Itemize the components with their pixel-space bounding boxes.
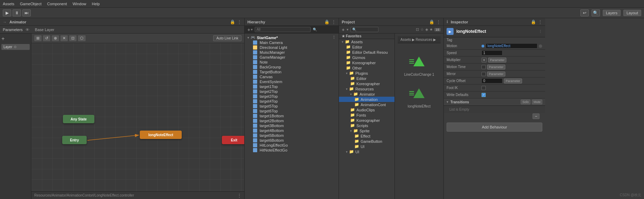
motion-eye-icon[interactable]: ◎ — [539, 44, 542, 48]
project-add-button[interactable]: + — [342, 27, 345, 32]
project-editor[interactable]: 📁 Editor — [339, 44, 395, 50]
project-audioclips[interactable]: 📁 AudioClips — [339, 107, 395, 112]
search-button[interactable]: 🔍 — [592, 9, 600, 16]
project-search-input[interactable] — [350, 27, 378, 32]
grid-view-button[interactable]: ⊞ — [34, 35, 42, 41]
hierarchy-dots-button[interactable]: ⋮ — [332, 20, 336, 24]
root-dots-icon[interactable]: ⋮ — [332, 35, 336, 40]
multiplier-dropdown[interactable]: ▾ — [482, 58, 487, 62]
inspector-dots-button[interactable]: ⋮ — [538, 20, 542, 24]
project-scripts[interactable]: 📁 Scripts — [339, 123, 395, 128]
add-param-button[interactable]: + — [1, 36, 5, 42]
project-icon-1[interactable]: ⊡ — [416, 27, 419, 32]
hierarchy-lock-button[interactable]: 🔒 — [324, 20, 330, 24]
hierarchy-canvas[interactable]: Canvas — [245, 74, 339, 79]
project-dots-button[interactable]: ⋮ — [436, 20, 441, 24]
hierarchy-event-system[interactable]: EventSystem — [245, 79, 339, 84]
entry-state-node[interactable]: Entry — [62, 136, 87, 144]
eye-icon[interactable]: 👁 — [26, 28, 29, 32]
menu-item-gameobject[interactable]: GameObject — [20, 2, 42, 6]
hierarchy-hitnoteeffectgo[interactable]: HitNoteEffectGo — [245, 148, 339, 153]
layers-dropdown[interactable]: Layers — [603, 10, 621, 16]
project-icon-2[interactable]: ☆ — [420, 27, 424, 32]
menu-item-assets[interactable]: Assets — [3, 2, 14, 6]
hierarchy-target3top[interactable]: target3Top — [245, 94, 339, 99]
hierarchy-target-button[interactable]: TargetButton — [245, 69, 339, 74]
project-fonts[interactable]: 📁 Fonts — [339, 112, 395, 118]
project-add-arrow[interactable]: ▾ — [347, 28, 348, 31]
motion-ref-value[interactable]: longNoteEffect — [486, 43, 537, 49]
layer-gear-icon[interactable]: ⚙ — [14, 45, 17, 49]
project-assets[interactable]: ▾ 📁 Assets — [339, 39, 395, 44]
hierarchy-target5top[interactable]: target5Top — [245, 104, 339, 109]
hierarchy-backgrounp[interactable]: BackGrounp — [245, 65, 339, 69]
animator-lock-button[interactable]: 🔒 — [230, 20, 235, 24]
project-lock-button[interactable]: 🔒 — [429, 20, 434, 24]
hierarchy-target3bottom[interactable]: target3Bottom — [245, 123, 339, 128]
project-plugins-koreographer[interactable]: 📁 Koreographer — [339, 81, 395, 86]
hierarchy-target1bottom[interactable]: target1Bottom — [245, 113, 339, 118]
project-animation[interactable]: 📁 Animation — [339, 97, 395, 102]
project-editor-default[interactable]: 📁 Editor Default Resou — [339, 50, 395, 55]
animator-tool-4[interactable]: ⊡ — [69, 35, 77, 41]
hierarchy-main-camera[interactable]: Main Camera — [245, 40, 339, 45]
hierarchy-add-button[interactable]: + — [247, 27, 250, 32]
solo-button[interactable]: Solo — [521, 100, 530, 104]
menu-item-component[interactable]: Component — [47, 2, 67, 6]
exit-state-node[interactable]: Exit — [222, 136, 244, 144]
foot-ik-checkbox[interactable] — [482, 86, 486, 90]
inspector-lock-button[interactable]: 🔒 — [531, 20, 536, 24]
hierarchy-target4top[interactable]: target4Top — [245, 99, 339, 104]
animator-tool-1[interactable]: ↺ — [43, 35, 50, 41]
project-icon-3[interactable]: ◈ — [425, 27, 428, 32]
hierarchy-muisc-manager[interactable]: MuiscManager — [245, 50, 339, 55]
project-animator[interactable]: ▾ 📁 Animator — [339, 91, 395, 97]
animator-bottom-dots[interactable]: ⋮ — [237, 193, 241, 198]
step-button[interactable]: ⏭ — [22, 9, 31, 16]
hierarchy-target2top[interactable]: target2Top — [245, 89, 339, 94]
project-other[interactable]: 📁 Other — [339, 65, 395, 71]
hierarchy-target5bottom[interactable]: target5Bottom — [245, 133, 339, 138]
hierarchy-target6top[interactable]: target6Top — [245, 109, 339, 113]
write-defaults-checkbox[interactable]: ✓ — [482, 93, 486, 97]
project-ui2[interactable]: ▾ 📁 UI — [339, 149, 395, 154]
parameters-tab[interactable]: Parameters — [3, 28, 23, 32]
line-color-change-preview[interactable]: LineColorChange 1 — [404, 52, 434, 76]
project-gizmos[interactable]: 📁 Gizmos — [339, 55, 395, 60]
animator-tool-5[interactable]: ⬡ — [78, 35, 86, 41]
hierarchy-target2bottom[interactable]: target2Bottom — [245, 118, 339, 123]
motion-time-checkbox[interactable] — [482, 65, 486, 69]
hierarchy-game-manager[interactable]: GameManager — [245, 55, 339, 60]
auto-live-link-button[interactable]: Auto Live Link — [213, 35, 241, 41]
hierarchy-target1top[interactable]: target1Top — [245, 84, 339, 89]
project-icon-4[interactable]: ★ — [429, 27, 433, 32]
hierarchy-hitlongeffectgo[interactable]: HitLongEffectGo — [245, 143, 339, 148]
project-resources[interactable]: ▾ 📁 Resources — [339, 86, 395, 91]
mirror-checkbox[interactable] — [482, 72, 486, 76]
remove-transition-button[interactable]: − — [533, 113, 540, 119]
cycle-offset-input[interactable] — [482, 78, 502, 83]
project-sprite[interactable]: ▾ 📁 Sprite — [339, 128, 395, 133]
project-koreographer[interactable]: 📁 Koreographer — [339, 60, 395, 65]
project-ui[interactable]: 📁 UI — [339, 144, 395, 149]
inspector-obj-expand[interactable]: ⋮ — [538, 29, 542, 34]
menu-item-window[interactable]: Window — [73, 2, 86, 6]
play-button[interactable]: ▶ — [3, 9, 11, 16]
project-gamebutton[interactable]: 📁 GameButton — [339, 139, 395, 144]
project-plugins[interactable]: ▾ 📁 Plugins — [339, 71, 395, 76]
pause-button[interactable]: ⏸ — [13, 9, 21, 16]
hierarchy-search-input[interactable] — [255, 27, 311, 32]
hierarchy-target6bottom[interactable]: target6Bottom — [245, 138, 339, 143]
hierarchy-note[interactable]: Note — [245, 60, 339, 65]
speed-field-input[interactable] — [482, 50, 502, 56]
project-effect[interactable]: 📁 Effect — [339, 133, 395, 139]
hierarchy-target4bottom[interactable]: target4Bottom — [245, 128, 339, 133]
animator-canvas[interactable]: Any State Entry longNoteEffect Exit — [31, 43, 244, 191]
animator-tool-3[interactable]: ✕ — [60, 35, 68, 41]
undo-button[interactable]: ↩ — [580, 9, 589, 16]
mute-button[interactable]: Mute — [532, 100, 542, 104]
layout-dropdown[interactable]: Layout — [623, 10, 641, 16]
project-animcont[interactable]: 📁 AnimationCont — [339, 102, 395, 107]
menu-item-help[interactable]: Help — [92, 2, 100, 6]
project-plugins-editor[interactable]: 📁 Editor — [339, 76, 395, 81]
